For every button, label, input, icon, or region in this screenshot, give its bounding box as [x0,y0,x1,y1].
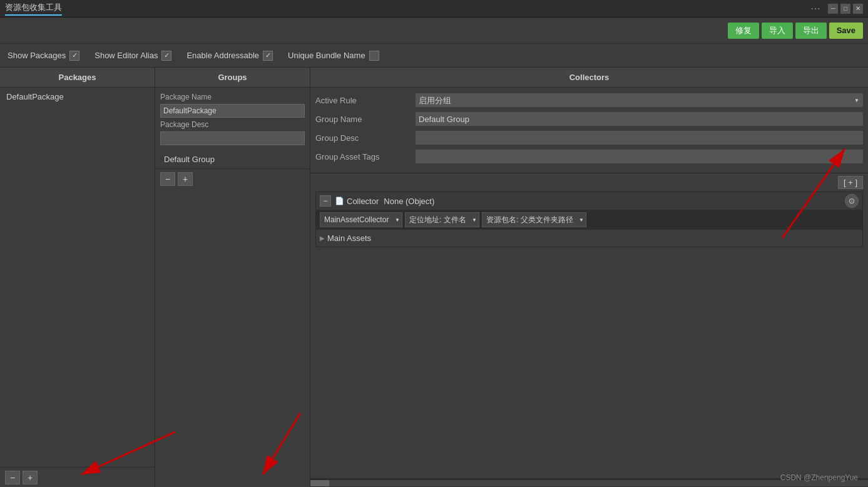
group-name-row: Group Name [315,111,863,126]
active-rule-select-wrapper[interactable]: 启用分组 [416,93,863,107]
collector-bundle-wrapper[interactable]: 资源包名: 父类文件夹路径 [482,212,586,227]
collector-assets: ▶ Main Assets [316,230,862,247]
collectors-panel: Collectors Active Rule 启用分组 Group Name G… [310,68,868,487]
packages-list: DefaultPackage [0,88,155,467]
collectors-header: Collectors [310,68,868,88]
groups-form: Package Name Package Desc [155,88,310,150]
add-group-button[interactable]: + [178,172,193,186]
collector-bundle-select[interactable]: 资源包名: 父类文件夹路径 [482,212,586,227]
package-name-input[interactable] [160,104,305,118]
groups-footer: − + [155,168,310,188]
properties-area: Active Rule 启用分组 Group Name Group Desc G… [310,88,868,173]
unique-bundle-name-option: Unique Bundle Name [288,51,379,61]
title-bar-controls[interactable]: ⋯ ─ □ ✕ [810,3,863,14]
save-button[interactable]: Save [829,23,863,39]
collector-dropdowns: MainAssetCollector 定位地址: 文件名 资源包名: 父类文件夹… [316,210,862,230]
more-icon: ⋯ [810,3,820,14]
asset-row-main[interactable]: ▶ Main Assets [320,232,859,244]
collector-file-label: None (Object) [384,197,434,206]
add-package-button[interactable]: + [23,471,38,484]
groups-header: Groups [155,68,310,88]
show-editor-alias-checkbox[interactable] [161,51,171,61]
collector-address-select[interactable]: 定位地址: 文件名 [405,212,479,227]
window-title: 资源包收集工具 [5,2,62,16]
group-desc-input[interactable] [416,131,863,145]
show-packages-checkbox[interactable] [69,51,79,61]
package-name-label: Package Name [160,93,305,101]
show-packages-option: Show Packages [8,51,79,61]
toolbar: 修复 导入 导出 Save [0,18,868,44]
packages-footer: − + [0,467,155,487]
export-button[interactable]: 导出 [795,23,827,39]
collector-header: − 📄 Collector None (Object) ⊙ [316,192,862,210]
active-rule-select[interactable]: 启用分组 [416,93,863,107]
main-content: Packages DefaultPackage − + Groups Packa… [0,68,868,487]
collector-settings-button[interactable]: ⊙ [845,194,859,208]
collector-item: − 📄 Collector None (Object) ⊙ MainAssetC… [315,192,863,247]
group-desc-row: Group Desc [315,130,863,145]
remove-group-button[interactable]: − [160,172,175,186]
remove-package-button[interactable]: − [5,471,20,484]
asset-expand-icon: ▶ [320,235,325,242]
group-asset-tags-input[interactable] [416,150,863,163]
enable-addressable-option: Enable Addressable [186,51,273,61]
enable-addressable-label: Enable Addressable [186,51,259,60]
unique-bundle-name-checkbox[interactable] [369,51,379,61]
remove-collector-button[interactable]: − [320,195,331,207]
group-name-input[interactable] [416,112,863,126]
package-item-default[interactable]: DefaultPackage [3,90,152,103]
unique-bundle-name-label: Unique Bundle Name [288,51,365,60]
groups-panel: Groups Package Name Package Desc Default… [155,68,310,487]
close-button[interactable]: ✕ [853,4,863,14]
file-icon: 📄 [335,197,344,205]
group-asset-tags-row: Group Asset Tags [315,149,863,164]
enable-addressable-checkbox[interactable] [263,51,273,61]
active-rule-label: Active Rule [315,96,416,105]
add-collector-row: [ + ] [310,173,868,192]
asset-label-main: Main Assets [327,233,371,243]
active-rule-row: Active Rule 启用分组 [315,93,863,108]
group-asset-tags-label: Group Asset Tags [315,152,416,161]
import-button[interactable]: 导入 [762,23,793,39]
collector-title: 📄 Collector None (Object) [335,197,841,206]
collector-type-select[interactable]: MainAssetCollector [320,212,402,227]
options-bar: Show Packages Show Editor Alias Enable A… [0,44,868,68]
show-editor-alias-option: Show Editor Alias [94,51,171,61]
show-packages-label: Show Packages [8,51,66,60]
group-item-default[interactable]: Default Group [160,153,305,166]
minimize-button[interactable]: ─ [828,4,838,14]
footer-credit: CSDN @ZhenpengYue [780,473,858,482]
scrollbar-thumb [310,480,329,486]
group-desc-label: Group Desc [315,133,416,143]
collector-address-wrapper[interactable]: 定位地址: 文件名 [405,212,479,227]
group-name-label: Group Name [315,115,416,124]
collector-label: Collector [347,197,379,206]
package-desc-input[interactable] [160,131,305,145]
title-bar: 资源包收集工具 ⋯ ─ □ ✕ [0,0,868,18]
packages-header: Packages [0,68,155,88]
repair-button[interactable]: 修复 [728,23,759,39]
add-collector-button[interactable]: [ + ] [838,176,863,189]
packages-panel: Packages DefaultPackage − + [0,68,155,487]
show-editor-alias-label: Show Editor Alias [94,51,158,60]
collector-type-wrapper[interactable]: MainAssetCollector [320,212,402,227]
groups-list: Default Group [155,150,310,168]
package-desc-label: Package Desc [160,120,305,129]
maximize-button[interactable]: □ [840,4,850,14]
